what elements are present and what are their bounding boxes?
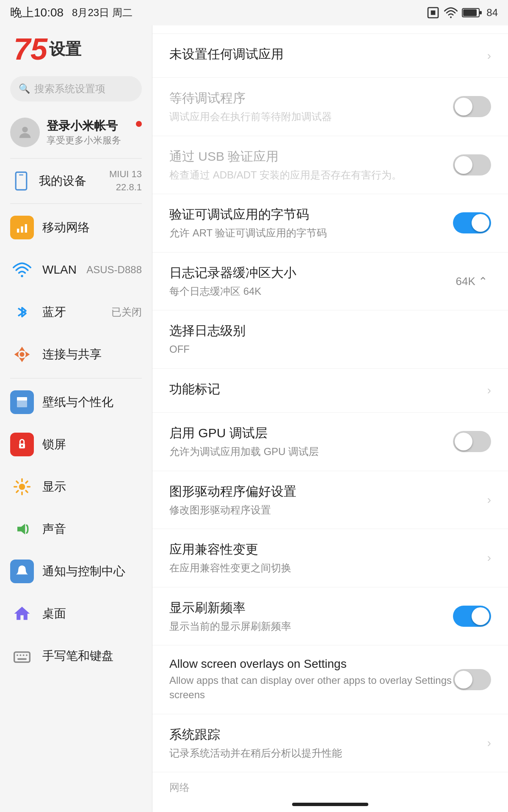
account-name: 登录小米帐号 <box>47 118 142 134</box>
setting-content-wait-for-debugger: 等待调试程序调试应用会在执行前等待附加调试器 <box>169 90 453 124</box>
wifi-icon <box>444 6 458 19</box>
sidebar-label-display: 显示 <box>42 479 142 495</box>
toggle-knob-refresh-rate <box>472 607 489 625</box>
svg-point-2 <box>450 16 452 18</box>
device-name: 我的设备 <box>39 173 102 189</box>
toggle-gpu-debug[interactable] <box>453 431 491 452</box>
connect-icon <box>10 343 34 366</box>
setting-item-log-buffer[interactable]: 日志记录器缓冲区大小每个日志缓冲区 64K64K ⌃ <box>152 252 508 311</box>
svg-point-12 <box>21 275 23 277</box>
bottom-bar <box>152 797 508 812</box>
sidebar-item-wlan[interactable]: WLAN ASUS-D888 <box>0 249 152 291</box>
search-box[interactable]: 🔍 搜索系统设置项 <box>10 76 142 102</box>
setting-item-wait-for-debugger[interactable]: 等待调试程序调试应用会在执行前等待附加调试器 <box>152 78 508 136</box>
notification-icon <box>10 560 34 583</box>
sidebar-label-wlan: WLAN <box>42 263 78 277</box>
sidebar-item-bluetooth[interactable]: 蓝牙 已关闭 <box>0 291 152 333</box>
app-logo: 75 设置 <box>0 25 152 69</box>
svg-rect-9 <box>17 228 19 232</box>
setting-item-screen-overlay[interactable]: Allow screen overlays on SettingsAllow a… <box>152 645 508 714</box>
sidebar-label-keyboard: 手写笔和键盘 <box>42 648 142 664</box>
sidebar-item-display[interactable]: 显示 <box>0 466 152 508</box>
sidebar-item-notification[interactable]: 通知与控制中心 <box>0 550 152 593</box>
setting-title-gpu-driver: 图形驱动程序偏好设置 <box>169 483 487 500</box>
setting-content-refresh-rate: 显示刷新频率显示当前的显示屏刷新频率 <box>169 599 453 634</box>
setting-content-log-buffer: 日志记录器缓冲区大小每个日志缓冲区 64K <box>169 264 456 299</box>
setting-title-verify-usb: 通过 USB 验证应用 <box>169 148 453 165</box>
setting-title-no-debug-app: 未设置任何调试应用 <box>169 46 487 63</box>
display-icon <box>10 475 34 499</box>
sidebar-item-network[interactable]: 移动网络 <box>0 206 152 249</box>
chevron-no-debug-app: › <box>487 49 491 63</box>
toggle-knob-verify-usb <box>455 156 472 174</box>
setting-sub-gpu-driver: 修改图形驱动程序设置 <box>169 503 487 517</box>
setting-content-app-compat: 应用兼容性变更在应用兼容性变更之间切换 <box>169 541 487 575</box>
setting-title-verify-bytecode: 验证可调试应用的字节码 <box>169 206 453 223</box>
status-icons: 84 <box>426 6 498 19</box>
setting-sub-log-buffer: 每个日志缓冲区 64K <box>169 284 456 299</box>
sidebar-item-wallpaper[interactable]: 壁纸与个性化 <box>0 381 152 423</box>
bluetooth-icon <box>10 300 34 324</box>
setting-item-verify-bytecode[interactable]: 验证可调试应用的字节码允许 ART 验证可调试应用的字节码 <box>152 194 508 252</box>
setting-content-verify-bytecode: 验证可调试应用的字节码允许 ART 验证可调试应用的字节码 <box>169 206 453 240</box>
sidebar-item-desktop[interactable]: 桌面 <box>0 593 152 635</box>
setting-item-no-debug-app[interactable]: 未设置任何调试应用› <box>152 34 508 78</box>
sidebar-item-lockscreen[interactable]: 锁屏 <box>0 423 152 466</box>
svg-rect-20 <box>14 652 30 662</box>
svg-marker-19 <box>17 524 25 535</box>
setting-item-verify-usb[interactable]: 通过 USB 验证应用检查通过 ADB/ADT 安装的应用是否存在有害行为。 <box>152 136 508 195</box>
logo-number: 75 <box>14 34 47 64</box>
toggle-verify-bytecode[interactable] <box>453 212 491 233</box>
home-indicator[interactable] <box>292 803 368 806</box>
setting-item-refresh-rate[interactable]: 显示刷新频率显示当前的显示屏刷新频率 <box>152 587 508 646</box>
status-bar: 晚上10:08 8月23日 周二 84 <box>0 0 508 25</box>
toggle-knob-wait-for-debugger <box>455 98 472 115</box>
setting-content-log-level: 选择日志级别OFF <box>169 322 491 357</box>
chevron-gpu-driver: › <box>487 493 491 507</box>
account-section[interactable]: 登录小米帐号 享受更多小米服务 <box>0 109 152 156</box>
battery-icon <box>462 7 482 19</box>
battery-level: 84 <box>486 7 498 19</box>
toggle-screen-overlay[interactable] <box>453 669 491 690</box>
setting-sub-refresh-rate: 显示当前的显示屏刷新频率 <box>169 619 453 634</box>
wallpaper-icon <box>10 390 34 414</box>
setting-item-gpu-debug[interactable]: 启用 GPU 调试层允许为调试应用加载 GPU 调试层 <box>152 413 508 471</box>
sound-icon <box>10 517 34 541</box>
value-log-buffer: 64K ⌃ <box>456 275 488 288</box>
setting-content-screen-overlay: Allow screen overlays on SettingsAllow a… <box>169 657 453 702</box>
setting-item-log-level: 选择日志级别OFF <box>152 310 508 369</box>
device-row[interactable]: 我的设备 MIUI 13 22.8.1 <box>0 161 152 201</box>
svg-point-17 <box>21 445 23 447</box>
svg-rect-1 <box>431 11 436 15</box>
search-icon: 🔍 <box>19 83 30 94</box>
svg-rect-11 <box>25 224 27 233</box>
svg-rect-5 <box>463 9 477 16</box>
toggle-refresh-rate[interactable] <box>453 606 491 627</box>
svg-rect-10 <box>21 226 23 233</box>
toggle-knob-gpu-debug <box>455 433 472 450</box>
setting-item-feature-flag[interactable]: 功能标记› <box>152 369 508 413</box>
setting-item-gpu-driver[interactable]: 图形驱动程序偏好设置修改图形驱动程序设置› <box>152 471 508 529</box>
sidebar-label-notification: 通知与控制中心 <box>42 563 142 579</box>
chevron-sys-trace: › <box>487 736 491 750</box>
sidebar-label-wallpaper: 壁纸与个性化 <box>42 394 142 410</box>
divider-3 <box>10 378 142 379</box>
logo-label: 设置 <box>49 38 81 60</box>
sidebar-item-connect[interactable]: 连接与共享 <box>0 333 152 376</box>
main-content: ← 开发者选项 未设置任何调试应用›等待调试程序调试应用会在执行前等待附加调试器… <box>152 0 508 812</box>
network-icon <box>10 216 34 239</box>
wlan-icon <box>10 258 34 282</box>
setting-sub-verify-usb: 检查通过 ADB/ADT 安装的应用是否存在有害行为。 <box>169 168 453 182</box>
setting-title-gpu-debug: 启用 GPU 调试层 <box>169 425 453 442</box>
sidebar-label-desktop: 桌面 <box>42 606 142 622</box>
sidebar-label-bluetooth: 蓝牙 <box>42 304 103 320</box>
sidebar-item-keyboard[interactable]: 手写笔和键盘 <box>0 635 152 677</box>
toggle-verify-usb[interactable] <box>453 154 491 176</box>
setting-title-screen-overlay: Allow screen overlays on Settings <box>169 657 453 671</box>
device-version: MIUI 13 22.8.1 <box>109 168 142 194</box>
toggle-wait-for-debugger[interactable] <box>453 96 491 117</box>
sidebar-item-sound[interactable]: 声音 <box>0 508 152 550</box>
setting-item-sys-trace[interactable]: 系统跟踪记录系统活动并在稍后分析以提升性能› <box>152 714 508 773</box>
notification-dot <box>136 121 142 127</box>
setting-item-app-compat[interactable]: 应用兼容性变更在应用兼容性变更之间切换› <box>152 529 508 587</box>
